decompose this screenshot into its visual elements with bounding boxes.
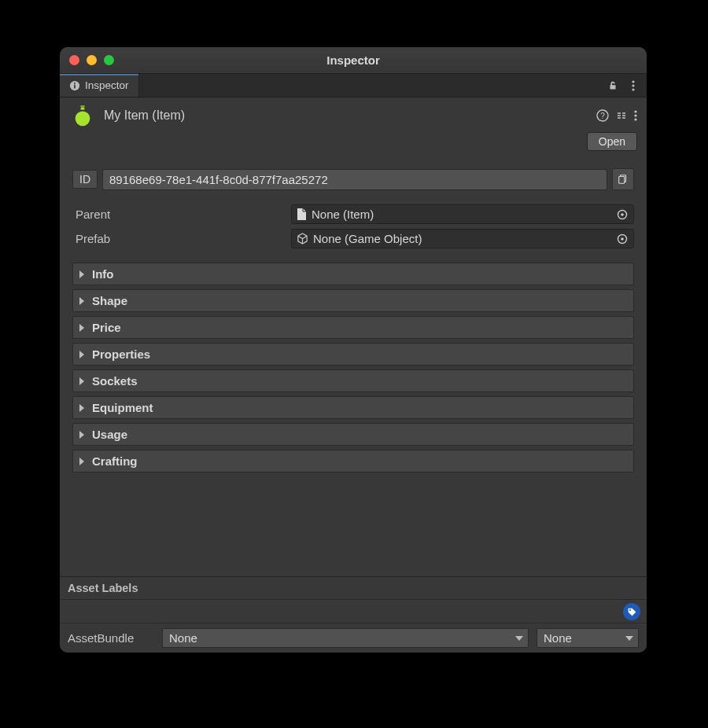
- asset-bundle-value: None: [169, 631, 197, 645]
- traffic-lights: [69, 55, 114, 65]
- parent-value: None (Item): [312, 208, 374, 221]
- svg-rect-2: [74, 83, 76, 84]
- prefab-value: None (Game Object): [313, 232, 422, 245]
- chevron-right-icon: [79, 297, 84, 305]
- help-icon[interactable]: ?: [596, 109, 609, 122]
- foldout-title: Usage: [92, 428, 127, 441]
- chevron-right-icon: [79, 377, 84, 385]
- object-header: My Item (Item) ? Open: [60, 97, 647, 157]
- foldout-title: Info: [92, 267, 114, 281]
- foldout-usage[interactable]: Usage: [72, 423, 634, 446]
- minimize-window-button[interactable]: [87, 55, 97, 65]
- foldout-title: Shape: [92, 294, 127, 307]
- inspector-body: ID Parent None (Item): [60, 157, 647, 576]
- chevron-right-icon: [79, 431, 84, 439]
- svg-point-4: [632, 84, 634, 86]
- object-picker-icon[interactable]: [616, 233, 629, 245]
- foldout-sockets[interactable]: Sockets: [72, 370, 634, 392]
- id-row: ID: [72, 168, 634, 190]
- asset-bundle-row: AssetBundle None None: [60, 623, 647, 653]
- info-icon: [69, 80, 80, 91]
- chevron-right-icon: [79, 351, 84, 358]
- foldout-title: Crafting: [92, 454, 138, 468]
- chevron-right-icon: [79, 270, 84, 278]
- svg-text:?: ?: [600, 112, 605, 120]
- copy-icon: [618, 174, 629, 185]
- inspector-footer: Asset Labels AssetBundle None None: [60, 576, 647, 653]
- svg-point-16: [621, 213, 624, 216]
- window-title: Inspector: [60, 53, 647, 67]
- foldout-equipment[interactable]: Equipment: [72, 396, 634, 419]
- tab-inspector[interactable]: Inspector: [60, 74, 139, 97]
- copy-id-button[interactable]: [612, 168, 634, 190]
- parent-field[interactable]: None (Item): [291, 204, 634, 224]
- chevron-right-icon: [79, 404, 84, 412]
- window-titlebar[interactable]: Inspector: [60, 47, 647, 74]
- kebab-menu-icon[interactable]: [626, 79, 640, 93]
- svg-rect-6: [80, 105, 85, 108]
- zoom-window-button[interactable]: [104, 55, 114, 65]
- asset-labels-header: Asset Labels: [60, 577, 647, 600]
- reference-block: Parent None (Item) Prefab: [72, 204, 634, 248]
- svg-rect-1: [74, 84, 76, 88]
- svg-point-10: [634, 110, 636, 112]
- svg-point-18: [621, 237, 624, 241]
- cube-icon: [297, 233, 308, 245]
- foldout-list: Info Shape Price Properties Sockets Equi…: [72, 263, 634, 472]
- foldout-crafting[interactable]: Crafting: [72, 450, 634, 472]
- chevron-down-icon: [625, 636, 633, 641]
- foldout-info[interactable]: Info: [72, 263, 634, 285]
- object-title: My Item (Item): [104, 108, 588, 123]
- kebab-menu-icon[interactable]: [634, 110, 637, 121]
- parent-row: Parent None (Item): [72, 204, 634, 224]
- prefab-row: Prefab None (Game Object): [72, 229, 634, 248]
- open-asset-button[interactable]: Open: [587, 132, 637, 151]
- foldout-shape[interactable]: Shape: [72, 289, 634, 312]
- chevron-right-icon: [79, 458, 84, 465]
- chevron-right-icon: [79, 324, 84, 332]
- asset-bundle-variant-dropdown[interactable]: None: [537, 628, 639, 648]
- id-field[interactable]: [102, 169, 607, 190]
- tag-icon: [627, 607, 637, 617]
- tab-label: Inspector: [85, 79, 129, 91]
- svg-point-12: [634, 118, 636, 120]
- presets-icon[interactable]: [615, 109, 628, 122]
- asset-bundle-variant-value: None: [544, 631, 572, 645]
- document-icon: [297, 208, 307, 220]
- lock-open-icon[interactable]: [606, 79, 620, 93]
- tab-actions: [606, 74, 647, 97]
- svg-point-3: [632, 80, 634, 83]
- svg-point-5: [632, 88, 634, 90]
- parent-label: Parent: [72, 208, 285, 221]
- id-label: ID: [72, 170, 98, 189]
- object-picker-icon[interactable]: [616, 208, 629, 221]
- inspector-window: Inspector Inspector: [60, 47, 647, 653]
- foldout-title: Equipment: [92, 401, 153, 414]
- foldout-title: Sockets: [92, 374, 138, 388]
- chevron-down-icon: [515, 636, 523, 641]
- asset-bundle-label: AssetBundle: [68, 631, 154, 645]
- close-window-button[interactable]: [69, 55, 79, 65]
- tab-strip: Inspector: [60, 74, 647, 97]
- svg-rect-14: [619, 177, 625, 184]
- foldout-properties[interactable]: Properties: [72, 343, 634, 366]
- svg-point-7: [76, 111, 90, 126]
- add-asset-label-button[interactable]: [623, 603, 640, 620]
- foldout-price[interactable]: Price: [72, 316, 634, 339]
- asset-labels-body: [60, 600, 647, 623]
- prefab-label: Prefab: [72, 232, 285, 245]
- asset-bundle-dropdown[interactable]: None: [162, 628, 529, 648]
- foldout-title: Price: [92, 321, 121, 334]
- item-thumbnail-icon[interactable]: [69, 102, 96, 129]
- svg-point-11: [634, 114, 636, 116]
- svg-point-19: [629, 609, 631, 611]
- prefab-field[interactable]: None (Game Object): [291, 229, 634, 248]
- foldout-title: Properties: [92, 347, 150, 361]
